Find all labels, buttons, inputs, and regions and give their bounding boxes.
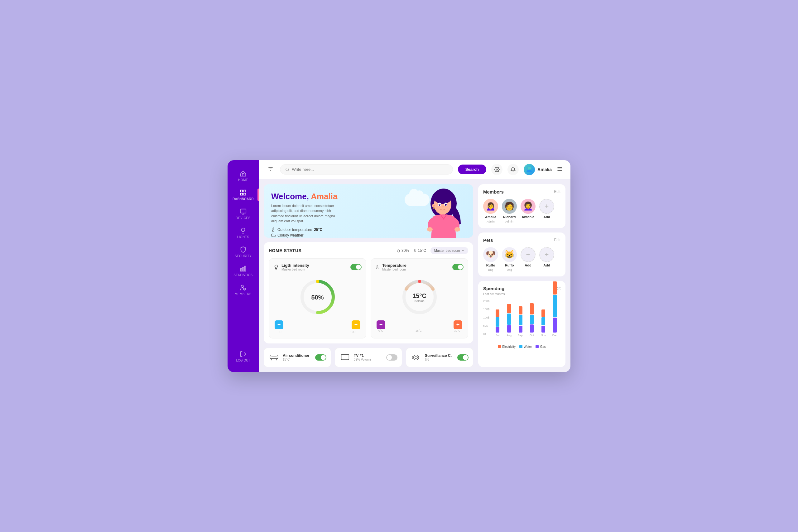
ac-icon <box>268 352 280 363</box>
home-status-title: HOME STATUS <box>269 248 301 253</box>
sidebar-item-members[interactable]: MEMBERS <box>228 281 259 300</box>
header-right: Amalia <box>491 164 563 175</box>
member-add-label: Add <box>543 215 550 219</box>
girl-figure <box>420 186 467 238</box>
pets-edit-button[interactable]: Edit <box>554 238 560 242</box>
pet-avatar-1: 😸 <box>502 247 517 262</box>
member-name-0: Amalia <box>485 215 496 219</box>
user-info[interactable]: Amalia <box>524 164 552 175</box>
svg-point-42 <box>316 280 319 283</box>
member-item-2[interactable]: 👩‍🦱 Antonia <box>520 199 535 220</box>
legend-label-electricity: Electricity <box>502 345 516 348</box>
search-button[interactable]: Search <box>458 165 486 174</box>
chart-y-labels: 0$ 50$ 100$ 150$ 200$ <box>483 300 489 336</box>
bar-gas-jul <box>496 327 499 332</box>
main-content: Search Amalia <box>259 160 570 372</box>
member-item-1[interactable]: 🧑 Richard Admin <box>502 199 517 223</box>
sidebar-label-home: HOME <box>238 178 248 182</box>
light-gauge-body: 50% <box>273 274 362 320</box>
surveillance-info: Surveillance C. 6/6 <box>425 354 454 361</box>
bar-elec-dec <box>553 281 557 294</box>
members-edit-button[interactable]: Edit <box>554 189 560 194</box>
ac-sub: 15°C <box>283 358 312 361</box>
member-item-0[interactable]: 🙍‍♀️ Amalia Admin <box>483 199 498 223</box>
bar-water-sept <box>519 315 522 325</box>
light-toggle[interactable] <box>350 264 362 270</box>
sidebar-item-statistics[interactable]: STATISTICS <box>228 262 259 281</box>
surveillance-name: Surveillance C. <box>425 354 454 358</box>
room-label: Master bed room <box>434 249 460 252</box>
temp-toggle[interactable] <box>452 264 463 270</box>
svg-point-19 <box>528 167 531 170</box>
tv-sub: 32% Volume <box>354 358 383 361</box>
pet-item-1[interactable]: 😸 Ruffo Dog <box>502 247 517 271</box>
sidebar-item-devices[interactable]: DEVICES <box>228 205 259 224</box>
legend-dot-water <box>519 345 522 348</box>
pet-add-label-0: Add <box>525 263 531 267</box>
temp-value: 25°C <box>314 228 322 232</box>
member-add-button[interactable]: + Add <box>539 199 554 219</box>
chart-month-jul: Jul <box>493 309 502 337</box>
temp-decrease-button[interactable]: − <box>377 320 385 329</box>
legend-dot-electricity <box>498 345 501 348</box>
sidebar-label-lights: LIGHTS <box>237 235 249 239</box>
filter-icon[interactable] <box>266 165 275 174</box>
menu-icon[interactable] <box>557 166 563 173</box>
settings-button[interactable] <box>491 164 502 175</box>
y-label-4: 0$ <box>483 332 489 336</box>
temp-15-label: 15°C <box>416 329 422 332</box>
bar-water-nov <box>542 317 545 325</box>
sidebar-item-lights[interactable]: LIGHTS <box>228 224 259 243</box>
legend-gas: Gas <box>535 345 546 348</box>
temp-icon <box>413 248 416 253</box>
welcome-meta: Outdoor temperature 25°C Cloudy weather <box>271 228 340 238</box>
legend-dot-gas <box>535 345 539 348</box>
spending-title: Spending <box>483 286 505 291</box>
svg-point-51 <box>414 355 419 360</box>
light-gauge-header: Ligth intensity Master bed room <box>273 263 362 271</box>
pet-item-0[interactable]: 🐶 Ruffo Dog <box>483 247 498 271</box>
ac-toggle[interactable] <box>315 354 326 361</box>
room-selector[interactable]: Master bed room <box>431 247 468 254</box>
svg-line-17 <box>288 170 289 171</box>
tv-toggle[interactable] <box>386 354 397 361</box>
chart-month-nov: Nov <box>539 309 548 337</box>
tv-info: TV #1 32% Volume <box>354 354 383 361</box>
device-card-2: Surveillance C. 6/6 <box>406 348 473 367</box>
pet-add-0[interactable]: + Add <box>520 247 535 271</box>
temp-increase-button[interactable]: + <box>454 320 462 329</box>
svg-rect-9 <box>245 266 246 271</box>
svg-point-38 <box>427 227 433 231</box>
bar-stack-nov <box>539 309 548 332</box>
sidebar-logout-label: LOG OUT <box>236 359 250 362</box>
droplet-icon <box>397 248 400 253</box>
light-gauge-card: Ligth intensity Master bed room <box>269 258 366 339</box>
sidebar-item-home[interactable]: HOME <box>228 167 259 186</box>
bar-stack-dec <box>550 281 559 332</box>
member-avatar-1: 🧑 <box>502 199 517 214</box>
pet-add-avatar-1: + <box>539 247 554 262</box>
temp-header-info: 15°C <box>413 248 426 253</box>
svg-point-28 <box>433 208 435 209</box>
light-decrease-button[interactable]: − <box>274 320 283 329</box>
bar-stack-sept <box>516 306 525 332</box>
sidebar-item-dashboard[interactable]: DASHBOARD <box>228 186 259 205</box>
home-status-info: 30% 15°C Master bed room <box>397 247 468 254</box>
notifications-button[interactable] <box>508 164 519 175</box>
month-label-jul: Jul <box>496 334 500 337</box>
light-increase-button[interactable]: + <box>352 320 360 329</box>
welcome-heading: Welcome, Amalia <box>271 192 340 201</box>
bar-stack-jul <box>493 309 502 332</box>
sidebar-label-dashboard: DASHBOARD <box>232 197 254 201</box>
surveillance-toggle[interactable] <box>457 354 469 361</box>
bar-elec-nov <box>542 309 545 317</box>
bar-elec-oct <box>530 303 534 315</box>
chart-month-sept: Sept <box>516 306 525 337</box>
pet-add-1[interactable]: + Add <box>539 247 554 271</box>
sidebar: HOME DASHBOARD DEVICES LIGHTS SECURITY S… <box>228 160 259 372</box>
search-input[interactable] <box>292 167 447 172</box>
month-label-dec: Dec <box>552 334 557 337</box>
light-controls: − + <box>273 320 362 329</box>
sidebar-item-security[interactable]: SECURITY <box>228 243 259 262</box>
sidebar-item-logout[interactable]: LOG OUT <box>228 347 259 366</box>
